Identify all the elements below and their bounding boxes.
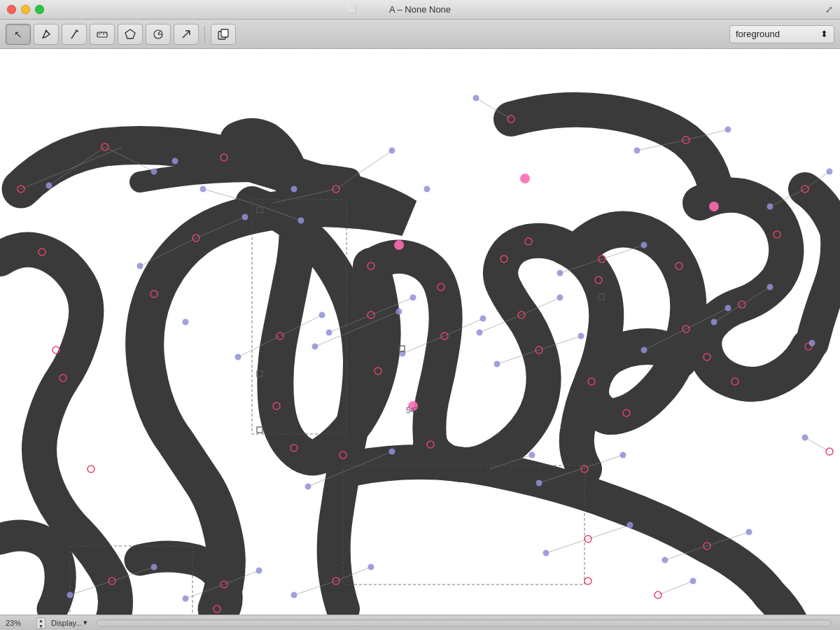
copy-tool-button[interactable] <box>211 24 236 45</box>
svg-point-163 <box>634 148 640 154</box>
svg-point-167 <box>690 578 696 584</box>
svg-point-139 <box>767 284 774 290</box>
svg-point-125 <box>319 312 326 318</box>
pen-tool-button[interactable] <box>34 24 59 45</box>
rotate-tool-button[interactable] <box>146 24 171 45</box>
svg-point-152 <box>396 309 402 315</box>
svg-point-160 <box>200 186 206 192</box>
svg-point-155 <box>151 564 158 570</box>
svg-point-168 <box>802 435 808 441</box>
svg-point-148 <box>827 169 833 175</box>
select-tool-button[interactable]: ↖ <box>6 24 31 45</box>
window-title: A – None None <box>389 4 451 15</box>
scroll-track[interactable] <box>96 620 832 626</box>
svg-point-127 <box>410 295 416 301</box>
svg-point-120 <box>172 158 178 164</box>
display-label: Display... <box>51 619 82 627</box>
svg-point-141 <box>389 449 396 455</box>
canvas-area[interactable]: 547 <box>0 49 840 623</box>
foreground-value: foreground <box>736 29 780 39</box>
svg-point-131 <box>557 295 564 301</box>
svg-point-153 <box>312 344 318 350</box>
svg-point-135 <box>578 333 584 340</box>
svg-point-118 <box>46 183 52 189</box>
svg-point-171 <box>709 202 719 211</box>
svg-point-126 <box>235 354 241 360</box>
expand-icon[interactable]: ⤢ <box>825 4 833 15</box>
toolbar: ↖ <box>0 20 840 49</box>
svg-point-124 <box>242 214 248 220</box>
svg-point-129 <box>480 316 486 322</box>
svg-point-164 <box>725 127 732 133</box>
minimize-button[interactable] <box>21 5 30 14</box>
status-bar: 23% ▲ ▼ Display... ▾ <box>0 615 840 630</box>
coordinate-label: 547 <box>406 406 419 414</box>
zoom-stepper[interactable]: ▲ ▼ <box>36 617 46 629</box>
svg-line-1 <box>71 30 77 38</box>
svg-point-166 <box>627 522 634 528</box>
svg-point-133 <box>641 242 648 248</box>
svg-point-147 <box>662 557 668 564</box>
svg-point-145 <box>620 452 626 458</box>
svg-point-154 <box>67 592 74 598</box>
toolbar-separator <box>204 26 205 43</box>
svg-point-150 <box>809 340 816 346</box>
shape-tool-button[interactable] <box>118 24 143 45</box>
svg-point-144 <box>536 480 542 486</box>
pencil-tool-button[interactable] <box>62 24 87 45</box>
svg-point-132 <box>477 330 483 336</box>
foreground-dropdown[interactable]: foreground ⬍ <box>729 25 834 43</box>
svg-point-134 <box>557 270 564 276</box>
svg-point-162 <box>473 95 479 102</box>
close-button[interactable] <box>7 5 16 14</box>
svg-rect-13 <box>221 29 228 37</box>
svg-point-157 <box>256 568 262 574</box>
maximize-button[interactable] <box>35 5 44 14</box>
svg-point-137 <box>725 305 732 312</box>
svg-point-143 <box>529 452 536 458</box>
svg-point-122 <box>424 186 430 192</box>
window-controls[interactable] <box>7 5 44 14</box>
svg-point-119 <box>291 186 298 192</box>
svg-point-140 <box>711 319 718 326</box>
svg-point-138 <box>641 347 648 354</box>
main-canvas[interactable]: 547 <box>0 49 840 623</box>
svg-point-159 <box>368 564 374 570</box>
title-bar: ⬜ A – None None ⤢ <box>0 0 840 20</box>
svg-point-146 <box>746 529 752 536</box>
svg-point-149 <box>767 204 774 210</box>
svg-point-158 <box>291 592 298 598</box>
svg-point-142 <box>305 484 312 490</box>
foreground-select[interactable]: foreground ⬍ <box>729 25 834 43</box>
svg-point-128 <box>326 330 332 336</box>
svg-point-0 <box>46 29 48 31</box>
arrow-tool-button[interactable] <box>174 24 199 45</box>
ruler-tool-button[interactable] <box>90 24 115 45</box>
document-icon: ⬜ <box>347 5 357 14</box>
dropdown-arrow: ⬍ <box>820 29 828 39</box>
svg-point-170 <box>520 174 530 183</box>
zoom-level: 23% <box>6 619 31 627</box>
svg-point-121 <box>389 148 396 154</box>
svg-point-165 <box>543 550 550 556</box>
svg-point-161 <box>298 218 304 224</box>
svg-marker-8 <box>125 29 135 38</box>
display-dropdown-arrow: ▾ <box>83 618 88 627</box>
svg-point-117 <box>151 169 158 175</box>
svg-point-156 <box>183 596 189 602</box>
svg-point-136 <box>494 361 500 368</box>
display-button[interactable]: Display... ▾ <box>51 618 88 627</box>
svg-point-123 <box>137 263 144 270</box>
svg-point-169 <box>394 240 404 250</box>
svg-point-151 <box>183 319 189 326</box>
